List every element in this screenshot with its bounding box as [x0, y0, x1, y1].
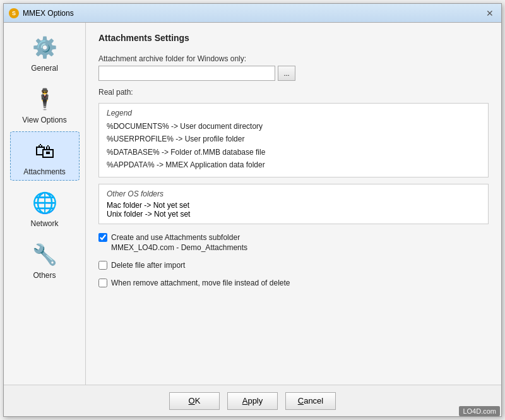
create-subfolder-label[interactable]: Create and use Attachments subfolder: [111, 233, 240, 242]
sidebar: ⚙️ General 🕴 View Options 🛍 Attachments …: [4, 23, 86, 385]
move-instead-delete-row: When remove attachment, move file instea…: [98, 279, 489, 287]
folder-row: ...: [98, 66, 489, 81]
sidebar-label-attachments: Attachments: [23, 167, 66, 176]
create-subfolder-section: Create and use Attachments subfolder MME…: [98, 231, 489, 252]
sidebar-label-others: Others: [33, 271, 56, 280]
os-folder-mac: Mac folder -> Not yet set: [107, 201, 480, 210]
os-folders-box: Other OS folders Mac folder -> Not yet s…: [98, 184, 489, 224]
sidebar-item-network[interactable]: 🌐 Network: [10, 183, 80, 232]
close-button[interactable]: ✕: [484, 7, 496, 20]
others-icon: 🔧: [30, 239, 60, 270]
os-folders-title: Other OS folders: [107, 189, 480, 198]
folder-section: Attachment archive folder for Windows on…: [98, 54, 489, 81]
subfolder-path: MMEX_LO4D.com - Demo_Attachments: [111, 243, 489, 252]
create-subfolder-row: Create and use Attachments subfolder: [98, 233, 489, 242]
watermark: LO4D.com: [459, 406, 500, 416]
folder-field-label: Attachment archive folder for Windows on…: [98, 54, 489, 63]
mmex-options-window: S MMEX Options ✕ ⚙️ General 🕴 View Optio…: [3, 3, 502, 417]
delete-after-import-row: Delete file after import: [98, 261, 489, 270]
section-title: Attachments Settings: [98, 33, 489, 43]
view-options-icon: 🕴: [30, 84, 60, 114]
content-area: Attachments Settings Attachment archive …: [86, 23, 501, 385]
move-instead-delete-label[interactable]: When remove attachment, move file instea…: [111, 279, 290, 287]
cancel-button[interactable]: Cancel: [285, 392, 336, 410]
real-path-section: Real path:: [98, 87, 489, 97]
sidebar-label-general: General: [31, 64, 58, 73]
footer: OK Apply Cancel: [4, 385, 501, 416]
legend-title: Legend: [107, 109, 480, 117]
app-icon: S: [9, 8, 19, 18]
legend-box: Legend %DOCUMENTS% -> User document dire…: [98, 103, 489, 177]
os-folder-unix: Unix folder -> Not yet set: [107, 210, 480, 219]
legend-item-0: %DOCUMENTS% -> User document directory: [107, 120, 480, 133]
title-bar: S MMEX Options ✕: [4, 4, 501, 23]
sidebar-item-attachments[interactable]: 🛍 Attachments: [10, 131, 80, 181]
move-instead-delete-checkbox[interactable]: [98, 279, 107, 287]
network-icon: 🌐: [30, 188, 60, 218]
apply-button[interactable]: Apply: [227, 392, 278, 410]
sidebar-label-network: Network: [30, 219, 58, 228]
main-content: ⚙️ General 🕴 View Options 🛍 Attachments …: [4, 23, 501, 385]
delete-after-import-label[interactable]: Delete file after import: [111, 261, 185, 270]
sidebar-label-view-options: View Options: [22, 116, 66, 124]
delete-after-import-checkbox[interactable]: [98, 261, 107, 270]
sidebar-item-view-options[interactable]: 🕴 View Options: [10, 80, 80, 129]
legend-item-1: %USERPROFILE% -> User profile folder: [107, 133, 480, 145]
window-title: MMEX Options: [23, 9, 484, 18]
create-subfolder-checkbox[interactable]: [98, 233, 107, 242]
browse-button[interactable]: ...: [278, 66, 295, 81]
legend-item-2: %DATABASE% -> Folder of.MMB database fil…: [107, 146, 480, 159]
real-path-label: Real path:: [98, 88, 133, 97]
attachments-icon: 🛍: [30, 136, 60, 166]
ok-button[interactable]: OK: [169, 392, 220, 410]
folder-input[interactable]: [98, 66, 275, 81]
sidebar-item-general[interactable]: ⚙️ General: [10, 28, 80, 77]
legend-item-3: %APPDATA% -> MMEX Application data folde…: [107, 159, 480, 171]
general-icon: ⚙️: [30, 32, 60, 63]
sidebar-item-others[interactable]: 🔧 Others: [10, 235, 80, 284]
